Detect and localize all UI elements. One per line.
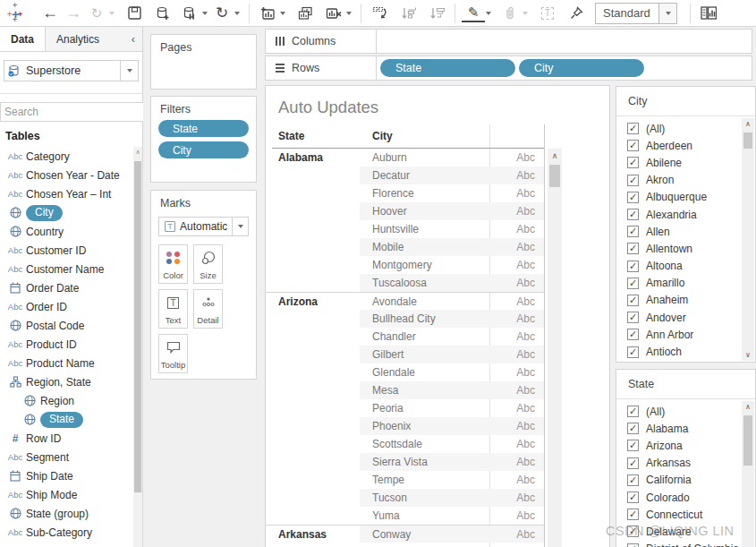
table-row[interactable]: ChandlerAbc (266, 328, 544, 346)
mark-type-select[interactable]: T Automatic (158, 217, 249, 236)
filter-item-antioch[interactable]: ✓Antioch (627, 343, 755, 360)
save-icon[interactable] (123, 3, 146, 24)
checked-checkbox-icon[interactable]: ✓ (627, 140, 639, 151)
scroll-up-icon[interactable]: ∧ (742, 120, 754, 128)
checked-checkbox-icon[interactable]: ✓ (627, 261, 639, 272)
field-row-id[interactable]: #Row ID (0, 429, 133, 448)
revert-caret-icon[interactable] (109, 12, 115, 15)
filter-item-ann-arbor[interactable]: ✓Ann Arbor (627, 326, 755, 343)
scroll-down-icon[interactable]: ∨ (742, 351, 754, 359)
tab-analytics[interactable]: Analytics (46, 27, 110, 51)
filter-item-colorado[interactable]: ✓Colorado (627, 489, 755, 506)
filter-item-abilene[interactable]: ✓Abilene (627, 154, 755, 171)
checked-checkbox-icon[interactable]: ✓ (627, 406, 639, 417)
table-row[interactable]: Bullhead CityAbc (266, 310, 544, 328)
field-product-name[interactable]: AbcProduct Name (0, 354, 133, 372)
scroll-up-icon[interactable]: ∧ (548, 151, 562, 160)
checked-checkbox-icon[interactable]: ✓ (627, 175, 639, 186)
filter-pill-state[interactable]: State (158, 120, 249, 137)
mark-type-caret-icon[interactable] (232, 218, 248, 235)
checked-checkbox-icon[interactable]: ✓ (627, 474, 639, 486)
field-segment[interactable]: AbcSegment (0, 448, 133, 466)
checked-checkbox-icon[interactable]: ✓ (627, 209, 639, 220)
field-ship-mode[interactable]: AbcShip Mode (0, 485, 133, 504)
column-header-state[interactable]: State (278, 130, 304, 142)
filter-item-andover[interactable]: ✓Andover (627, 309, 755, 326)
clear-sheet-caret-icon[interactable] (346, 12, 352, 15)
pages-card[interactable]: Pages (150, 34, 257, 90)
table-row[interactable]: FlorenceAbc (266, 184, 544, 202)
highlight-icon[interactable]: ✎ (462, 4, 485, 22)
checked-checkbox-icon[interactable]: ✓ (627, 312, 639, 323)
filter-item-akron[interactable]: ✓Akron (627, 172, 755, 189)
filter-item-district-of-columbia[interactable]: ✓District of Columbia (627, 541, 755, 547)
checked-checkbox-icon[interactable]: ✓ (627, 457, 639, 469)
text-button[interactable]: T Text (158, 289, 188, 329)
filters-card[interactable]: Filters State City (150, 96, 257, 183)
filter-item-alabama[interactable]: ✓Alabama (627, 420, 755, 437)
field-chosen-year-date[interactable]: AbcChosen Year - Date (0, 166, 133, 184)
checked-checkbox-icon[interactable]: ✓ (627, 295, 639, 306)
field-region[interactable]: Region (0, 391, 133, 410)
city-filter-scrollbar[interactable]: ∧ ∨ (742, 118, 754, 361)
duplicate-icon[interactable] (293, 3, 317, 24)
filter-item-arkansas[interactable]: ✓Arkansas (627, 455, 755, 472)
filter-item-all[interactable]: ✓(All) (627, 403, 755, 420)
filter-item-amarillo[interactable]: ✓Amarillo (627, 275, 755, 292)
field-category[interactable]: AbcCategory (0, 147, 133, 166)
scroll-up-icon[interactable]: ∧ (133, 149, 142, 156)
table-row[interactable]: HuntsvilleAbc (266, 220, 544, 238)
table-row[interactable]: DecaturAbc (266, 167, 544, 184)
filter-item-alexandria[interactable]: ✓Alexandria (627, 206, 755, 223)
filter-item-california[interactable]: ✓California (627, 472, 755, 489)
table-row[interactable]: AlabamaAuburnAbc (266, 149, 544, 167)
field-order-id[interactable]: AbcOrder ID (0, 297, 133, 316)
field-ship-date[interactable]: Ship Date (0, 466, 133, 485)
table-row[interactable]: GlendaleAbc (266, 363, 544, 381)
new-worksheet-caret-icon[interactable] (280, 12, 285, 15)
checked-checkbox-icon[interactable]: ✓ (627, 123, 639, 134)
checked-checkbox-icon[interactable]: ✓ (627, 423, 639, 434)
color-button[interactable]: Color (158, 244, 188, 284)
rows-pill-state[interactable]: State (380, 59, 515, 77)
field-order-date[interactable]: Order Date (0, 278, 133, 297)
field-customer-name[interactable]: AbcCustomer Name (0, 260, 133, 278)
table-row[interactable]: ScottsdaleAbc (266, 435, 544, 453)
checked-checkbox-icon[interactable]: ✓ (627, 491, 639, 503)
revert-icon[interactable]: ↻ (85, 3, 108, 24)
filter-item-all[interactable]: ✓(All) (627, 120, 755, 137)
field-postal-code[interactable]: Postal Code (0, 316, 133, 335)
format-link-caret-icon[interactable] (522, 12, 528, 15)
filter-item-connecticut[interactable]: ✓Connecticut (627, 506, 755, 523)
swap-rows-columns-icon[interactable] (368, 3, 391, 24)
canvas-scrollbar[interactable]: ∧ (548, 149, 562, 547)
tab-data[interactable]: Data (0, 27, 46, 51)
table-row[interactable]: GilbertAbc (266, 346, 544, 363)
rows-shelf[interactable]: Rows State City (265, 56, 752, 81)
scrollbar-thumb[interactable] (549, 165, 560, 187)
checked-checkbox-icon[interactable]: ✓ (627, 278, 639, 289)
pause-auto-updates-icon[interactable] (178, 3, 201, 24)
field-country[interactable]: Country (0, 222, 133, 241)
field-sub-category[interactable]: AbcSub-Category (0, 523, 133, 542)
filter-item-allentown[interactable]: ✓Allentown (627, 240, 755, 257)
field-state[interactable]: State (0, 410, 133, 429)
table-row[interactable]: MobileAbc (266, 238, 544, 256)
scrollbar-thumb[interactable] (743, 132, 752, 149)
checked-checkbox-icon[interactable]: ✓ (627, 440, 639, 451)
search-box[interactable] (0, 102, 162, 122)
state-filter-scrollbar[interactable]: ∧ (742, 401, 754, 547)
detail-button[interactable]: Detail (193, 289, 223, 329)
checked-checkbox-icon[interactable]: ✓ (627, 192, 639, 203)
undo-icon[interactable]: ← (38, 3, 62, 24)
field-chosen-year-int[interactable]: AbcChosen Year – Int (0, 184, 133, 203)
size-button[interactable]: Size (193, 244, 223, 284)
datasource-selector[interactable]: Superstore (4, 60, 139, 81)
worksheet-canvas[interactable]: Auto Updates State City AlabamaAuburnAbc… (265, 85, 610, 547)
field-state-group[interactable]: State (group) (0, 504, 133, 523)
table-row[interactable]: YumaAbc (266, 507, 544, 525)
checked-checkbox-icon[interactable]: ✓ (627, 329, 639, 340)
filter-item-allen[interactable]: ✓Allen (627, 223, 755, 240)
marks-card[interactable]: Marks T Automatic Color Size T (150, 190, 257, 380)
filter-pill-city[interactable]: City (158, 141, 249, 158)
